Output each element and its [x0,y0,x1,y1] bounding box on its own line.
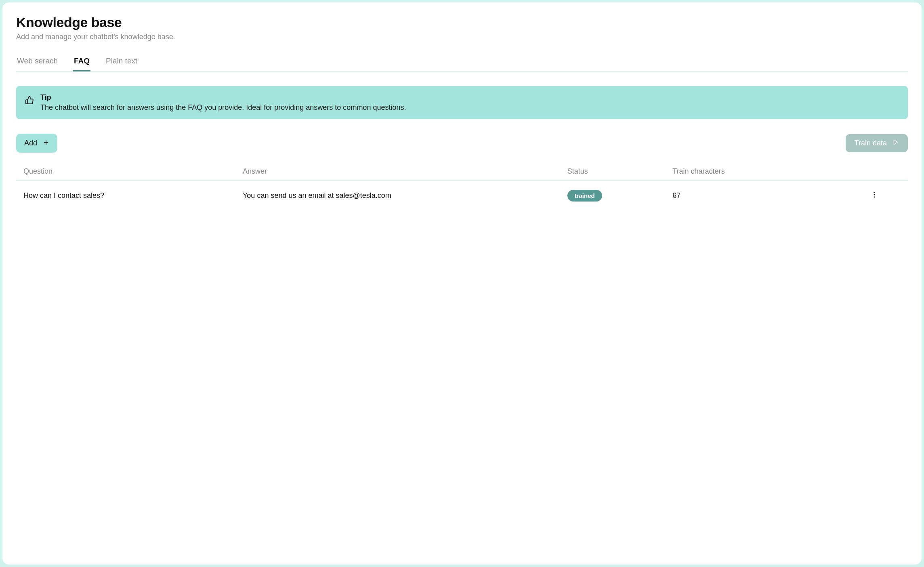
tip-text: The chatbot will search for answers usin… [40,103,406,112]
add-button-label: Add [24,139,37,147]
svg-point-3 [874,192,875,193]
cell-status: trained [567,190,673,202]
actions-row: Add Train data [16,134,908,153]
table-row: How can I contact sales? You can send us… [16,181,908,210]
tab-faq[interactable]: FAQ [73,54,90,71]
tab-bar: Web serach FAQ Plain text [16,54,908,71]
page-subtitle: Add and manage your chatbot's knowledge … [16,33,908,41]
tip-content: Tip The chatbot will search for answers … [40,93,406,112]
col-answer: Answer [243,167,567,176]
svg-point-5 [874,196,875,197]
tip-title: Tip [40,93,406,102]
more-vertical-icon [870,191,878,201]
svg-marker-2 [894,140,897,145]
play-icon [892,139,899,147]
status-badge: trained [567,190,602,202]
cell-question: How can I contact sales? [23,191,243,200]
page-title: Knowledge base [16,15,908,30]
plus-icon [43,139,49,148]
main-card: Knowledge base Add and manage your chatb… [2,2,922,565]
col-status: Status [567,167,673,176]
col-question: Question [23,167,243,176]
cell-train-characters: 67 [672,191,848,200]
cell-answer: You can send us an email at sales@tesla.… [243,191,567,200]
tab-web-search[interactable]: Web serach [16,54,59,71]
tab-plain-text[interactable]: Plain text [105,54,138,71]
col-actions [848,167,901,176]
train-data-button[interactable]: Train data [846,134,908,152]
svg-point-4 [874,194,875,195]
add-button[interactable]: Add [16,134,57,153]
thumbs-up-icon [25,96,34,106]
faq-table: Question Answer Status Train characters … [16,162,908,210]
row-actions-button[interactable] [848,191,901,201]
train-button-label: Train data [855,139,887,147]
tip-banner: Tip The chatbot will search for answers … [16,86,908,119]
table-header: Question Answer Status Train characters [16,162,908,181]
col-train-characters: Train characters [672,167,848,176]
